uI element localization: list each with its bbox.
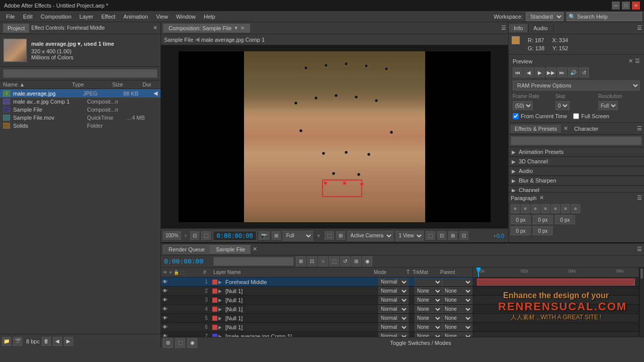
viewer-timecode[interactable]: 0:00:00:00 bbox=[213, 231, 256, 241]
timeline-tool-1[interactable]: ⊞ bbox=[296, 256, 306, 266]
align-right-button[interactable]: ≡ bbox=[531, 204, 540, 213]
indent-right-input[interactable] bbox=[533, 215, 553, 224]
effect-controls-tab[interactable]: Effect Controls: Forehead Middle bbox=[29, 25, 107, 31]
justify-center-button[interactable]: ≡ bbox=[551, 204, 560, 213]
3d-btn[interactable]: ⊡ bbox=[459, 231, 468, 240]
full-screen-checkbox[interactable] bbox=[573, 113, 579, 119]
col-type-header[interactable]: Type bbox=[72, 81, 112, 87]
track-row-3[interactable] bbox=[473, 296, 639, 305]
timeline-scrollbar[interactable] bbox=[639, 267, 644, 337]
render-queue-tab[interactable]: Render Queue bbox=[163, 245, 210, 254]
delete-button[interactable]: 🗑 bbox=[42, 337, 51, 346]
lock-icon-3[interactable] bbox=[177, 296, 185, 305]
layer-mode-select-3[interactable]: Normal bbox=[378, 296, 409, 304]
layer-parent-7[interactable]: None bbox=[442, 332, 472, 337]
lock-icon-6[interactable] bbox=[177, 323, 185, 332]
project-search-input[interactable] bbox=[3, 69, 157, 78]
timeline-time-display[interactable]: 0:00:00:00 bbox=[161, 257, 211, 265]
layer-trkmat-3[interactable]: None bbox=[415, 296, 442, 304]
timeline-tool-7[interactable]: ◉ bbox=[362, 256, 372, 266]
layer-parent-4[interactable]: None bbox=[442, 305, 472, 313]
paragraph-menu-icon[interactable]: ☰ bbox=[637, 195, 642, 201]
project-item-1[interactable]: J male.average.jpg JPEG 88 KB ◀ bbox=[0, 89, 160, 98]
layer-row-3[interactable]: 👁 3 ▶ [Null 1] Normal None None bbox=[161, 296, 472, 305]
lock-icon-5[interactable] bbox=[177, 314, 185, 323]
track-row-7[interactable] bbox=[473, 332, 639, 337]
project-item-4[interactable]: Sample File.mov QuickTime ...4 MB bbox=[0, 114, 160, 122]
timeline-tool-2[interactable]: ⊡ bbox=[307, 256, 317, 266]
panel-options-icon[interactable]: ☰ bbox=[635, 25, 644, 31]
breadcrumb-2[interactable]: male average.jpg Comp 1 bbox=[201, 37, 265, 43]
active-camera-select[interactable]: Active Camera bbox=[347, 231, 393, 241]
col-dur-header[interactable]: Dur bbox=[142, 81, 157, 87]
menu-window[interactable]: Window bbox=[172, 13, 200, 21]
timeline-playhead[interactable] bbox=[478, 267, 479, 277]
track-row-6[interactable] bbox=[473, 323, 639, 332]
justify-left-button[interactable]: ≡ bbox=[541, 204, 550, 213]
skip-select[interactable]: 0 bbox=[555, 101, 570, 110]
menu-edit[interactable]: Edit bbox=[19, 13, 37, 21]
layer-trkmat-7[interactable]: None bbox=[415, 332, 442, 337]
comp-btn2[interactable]: ⊡ bbox=[437, 231, 446, 240]
next-button[interactable]: ▶ bbox=[64, 337, 73, 346]
layer-trkmat-5[interactable]: None bbox=[415, 314, 442, 322]
timeline-tool-5[interactable]: ↺ bbox=[340, 256, 350, 266]
solo-icon-1[interactable] bbox=[169, 278, 177, 287]
layer-expand-6[interactable]: ▶ bbox=[218, 325, 224, 330]
next-frame-button[interactable]: ▶▶ bbox=[546, 67, 556, 77]
vis-icon-3[interactable]: 👁 bbox=[161, 296, 169, 305]
layer-row-5[interactable]: 👁 5 ▶ [Null 1] Normal None None bbox=[161, 314, 472, 323]
layer-parent-2[interactable]: None bbox=[442, 287, 472, 295]
res-select[interactable]: Full bbox=[598, 101, 618, 110]
collapse-icon-1[interactable] bbox=[193, 278, 201, 287]
layer-parent-3[interactable]: None bbox=[442, 296, 472, 304]
go-end-button[interactable]: ⏭ bbox=[557, 67, 567, 77]
comp-tab-sample-file[interactable]: Composition: Sample File ▼ ✕ bbox=[163, 24, 250, 33]
layer-row-4[interactable]: 👁 4 ▶ [Null 1] Normal None None bbox=[161, 305, 472, 314]
justify-right-button[interactable]: ≡ bbox=[561, 204, 570, 213]
menu-animation[interactable]: Animation bbox=[119, 13, 152, 21]
track-row-1[interactable] bbox=[473, 278, 639, 287]
camera-btn[interactable]: 📷 bbox=[259, 231, 270, 240]
layer-expand-1[interactable]: ▶ bbox=[218, 280, 224, 285]
first-line-input[interactable] bbox=[533, 226, 553, 235]
frame-rate-select[interactable]: (50) bbox=[513, 101, 533, 110]
footer-tool-3[interactable]: ◉ bbox=[187, 338, 197, 348]
effects-search-input[interactable] bbox=[511, 136, 642, 145]
indent-left-input[interactable] bbox=[511, 215, 531, 224]
vis-icon-1[interactable]: 👁 bbox=[161, 278, 169, 287]
project-item-5[interactable]: Solids Folder bbox=[0, 122, 160, 130]
layer-parent-6[interactable]: None bbox=[442, 323, 472, 331]
layer-mode-select-2[interactable]: Normal bbox=[378, 287, 409, 295]
3d-view[interactable]: ⊞ bbox=[336, 231, 345, 240]
track-row-4[interactable] bbox=[473, 305, 639, 314]
collapse-icon-4[interactable] bbox=[193, 305, 201, 314]
layer-mode-select-1[interactable]: Normal bbox=[378, 278, 409, 286]
search-help-input[interactable] bbox=[567, 12, 642, 21]
vis-icon-7[interactable]: 👁 bbox=[161, 332, 169, 337]
paragraph-close-icon[interactable]: ✕ bbox=[539, 195, 544, 201]
footer-tool-2[interactable]: ⬚ bbox=[175, 338, 185, 348]
toggle-switches-label[interactable]: Toggle Switches / Modes bbox=[390, 340, 451, 346]
collapse-icon-3[interactable] bbox=[193, 296, 201, 305]
layer-row-7[interactable]: 👁 7 ▶ [male average.jpg Comp 1] Normal N… bbox=[161, 332, 472, 337]
new-comp-button[interactable]: 🎬 bbox=[13, 337, 22, 346]
vis-icon-2[interactable]: 👁 bbox=[161, 287, 169, 296]
collapse-icon-6[interactable] bbox=[193, 323, 201, 332]
timeline-search-input[interactable] bbox=[213, 257, 294, 266]
solo-icon-7[interactable] bbox=[169, 332, 177, 337]
layer-expand-4[interactable]: ▶ bbox=[218, 307, 224, 312]
viewer[interactable] bbox=[161, 45, 508, 228]
ram-preview-select[interactable]: RAM Preview Options bbox=[513, 80, 640, 90]
panel-menu-icon[interactable]: ☰ bbox=[501, 25, 506, 31]
minimize-button[interactable]: — bbox=[612, 2, 620, 10]
loop-button[interactable]: ↺ bbox=[579, 67, 589, 77]
menu-composition[interactable]: Composition bbox=[37, 13, 75, 21]
layer-row-1[interactable]: 👁 1 ▶ Forehead Middle Normal bbox=[161, 278, 472, 287]
space-before-input[interactable] bbox=[555, 215, 575, 224]
col-name-header[interactable]: Name ▲ bbox=[3, 81, 64, 87]
layer-row-6[interactable]: 👁 6 ▶ [Null 1] Normal None None bbox=[161, 323, 472, 332]
panel-close-icon[interactable]: ✕ bbox=[153, 25, 157, 31]
effects-item-channel[interactable]: ▶ Channel bbox=[509, 186, 644, 192]
solo-icon-5[interactable] bbox=[169, 314, 177, 323]
